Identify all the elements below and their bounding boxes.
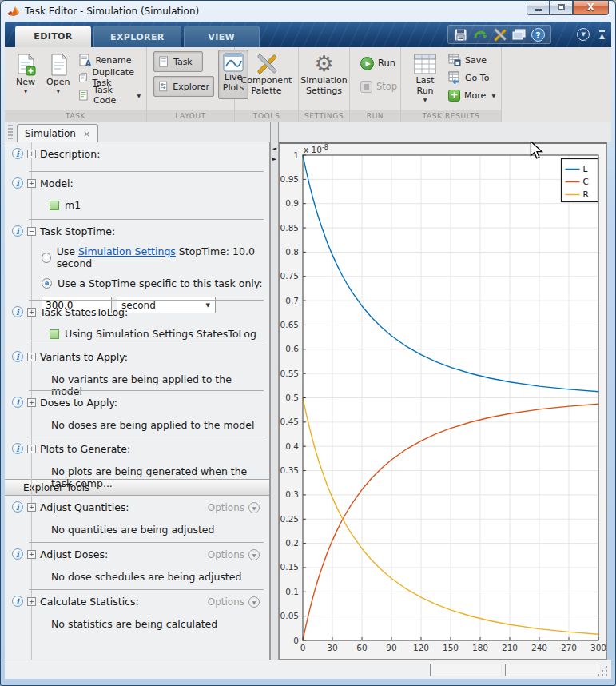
info-icon[interactable]: i	[12, 501, 23, 513]
section-label-task: TASK	[5, 110, 146, 122]
last-run-table-icon	[413, 53, 437, 75]
windows-layout-icon[interactable]	[512, 29, 526, 41]
go-to-button[interactable]: Go To	[444, 69, 499, 86]
component-palette-button[interactable]: ComponentPalette	[236, 50, 297, 110]
collapse-right-icon[interactable]: ►	[271, 154, 278, 165]
ribbon: New▼ Open▼ A Rename	[5, 47, 611, 122]
options-button[interactable]: Options ▼	[208, 549, 260, 560]
run-button[interactable]: ▶ Run	[356, 54, 401, 72]
minimize-button[interactable]	[527, 0, 550, 15]
info-icon[interactable]: i	[12, 596, 23, 607]
radio-label: Use Simulation Settings StopTime: 10.0 s…	[57, 245, 264, 269]
section-title: Description:	[40, 148, 264, 160]
info-icon[interactable]: i	[12, 397, 23, 408]
svg-text:A: A	[85, 59, 91, 66]
tab-close-icon[interactable]: ×	[83, 130, 90, 138]
simulation-settings-button[interactable]: ⚙ SimulationSettings	[296, 50, 352, 110]
close-button[interactable]: X	[573, 0, 609, 15]
info-icon[interactable]: i	[12, 351, 23, 362]
close-icon: X	[587, 2, 594, 13]
expand-icon[interactable]: +	[27, 398, 36, 407]
explorer-pane-toggle[interactable]: Explorer	[153, 76, 214, 97]
section-title: Task StatesToLog:	[40, 306, 264, 318]
stop-button[interactable]: Stop	[356, 78, 401, 95]
stop-icon	[360, 81, 372, 93]
svg-text:0: 0	[300, 643, 306, 652]
states-value: Using Simulation Settings StatesToLog	[65, 328, 256, 340]
svg-text:0.5: 0.5	[285, 393, 299, 402]
panel-splitter[interactable]: ◄ ►	[270, 122, 279, 661]
radio-use-simulation-settings[interactable]	[42, 253, 51, 263]
expand-icon[interactable]: +	[27, 597, 36, 606]
undo-icon[interactable]	[473, 28, 487, 41]
title-bar[interactable]: Task Editor - Simulation (Simulation) X	[1, 1, 615, 22]
options-button[interactable]: Options ▼	[208, 502, 260, 513]
section-stoptime: i − Task StopTime: Use Simulation Settin…	[5, 220, 269, 301]
task-code-button[interactable]: Task Code▼	[74, 86, 145, 104]
tab-explorer[interactable]: EXPLORER	[93, 26, 181, 47]
info-icon[interactable]: i	[12, 306, 23, 317]
radio-task-specific-stoptime[interactable]	[42, 278, 52, 289]
ribbon-section-task: New▼ Open▼ A Rename	[5, 47, 147, 122]
svg-text:0.15: 0.15	[280, 562, 299, 572]
section-title: Variants to Apply:	[40, 351, 264, 363]
svg-text:0.35: 0.35	[280, 465, 299, 475]
drag-grip-icon[interactable]	[8, 125, 13, 139]
duplicate-task-button[interactable]: Duplicate Task	[74, 69, 145, 86]
rename-button[interactable]: A Rename	[74, 51, 145, 69]
task-pane-toggle[interactable]: Task	[153, 51, 203, 72]
status-field-1	[430, 664, 502, 676]
tab-editor[interactable]: EDITOR	[15, 26, 91, 47]
svg-text:0.75: 0.75	[280, 271, 299, 281]
new-button[interactable]: New▼	[10, 50, 42, 110]
svg-text:0.8: 0.8	[285, 247, 299, 257]
more-button[interactable]: + More▼	[444, 86, 499, 104]
live-plot-panel: 030609012015018021024027030000.050.10.15…	[279, 142, 607, 660]
section-description: i + Description:	[5, 142, 269, 172]
open-button[interactable]: Open▼	[42, 50, 74, 110]
maximize-button[interactable]	[550, 0, 573, 15]
info-icon[interactable]: i	[12, 177, 23, 189]
plot-svg: 030609012015018021024027030000.050.10.15…	[280, 144, 606, 658]
options-button[interactable]: Options ▼	[208, 596, 260, 608]
svg-text:0.4: 0.4	[285, 441, 299, 451]
expand-icon[interactable]: +	[27, 503, 36, 512]
info-icon[interactable]: i	[12, 148, 23, 159]
help-icon[interactable]: ?	[531, 28, 545, 42]
svg-text:R: R	[583, 189, 589, 199]
expand-icon[interactable]: +	[27, 150, 36, 158]
svg-text:30: 30	[327, 643, 337, 652]
ribbon-section-task-results: Last Run▼ Save	[401, 47, 502, 122]
svg-text:270: 270	[561, 643, 577, 652]
run-icon: ▶	[360, 57, 374, 70]
svg-text:90: 90	[386, 643, 396, 652]
last-run-button[interactable]: Last Run▼	[406, 50, 444, 110]
toolstrip-menu-icon[interactable]: ▼	[577, 28, 590, 41]
save-icon[interactable]	[454, 28, 467, 42]
collapse-icon[interactable]: −	[27, 227, 36, 236]
tab-simulation[interactable]: Simulation ×	[17, 124, 98, 142]
document-tab-row: Simulation ×	[5, 122, 611, 142]
info-icon[interactable]: i	[12, 225, 23, 237]
svg-text:300: 300	[590, 643, 606, 652]
collapse-ribbon-icon[interactable]: ▲	[599, 30, 605, 39]
tools-icon[interactable]	[493, 28, 507, 42]
resize-grip[interactable]	[597, 665, 608, 676]
svg-text:?: ?	[535, 30, 540, 40]
expand-icon[interactable]: +	[27, 353, 36, 361]
svg-text:0.9: 0.9	[285, 198, 299, 208]
expand-icon[interactable]: +	[27, 550, 36, 559]
expand-icon[interactable]: +	[27, 308, 36, 317]
simulation-settings-link[interactable]: Simulation Settings	[78, 245, 176, 257]
info-icon[interactable]: i	[12, 548, 23, 560]
new-document-icon	[14, 53, 37, 77]
save-results-button[interactable]: Save	[444, 51, 499, 69]
svg-text:L: L	[583, 164, 588, 173]
expand-icon[interactable]: +	[27, 445, 36, 453]
info-icon[interactable]: i	[12, 443, 23, 454]
radio-label: Use a StopTime specific to this task onl…	[58, 277, 262, 289]
tab-view[interactable]: VIEW	[184, 26, 260, 47]
section-adjust-quantities: i + Adjust Quantities: Options ▼ No quan…	[5, 496, 269, 543]
collapse-left-icon[interactable]: ◄	[271, 144, 278, 154]
expand-icon[interactable]: +	[27, 179, 36, 188]
